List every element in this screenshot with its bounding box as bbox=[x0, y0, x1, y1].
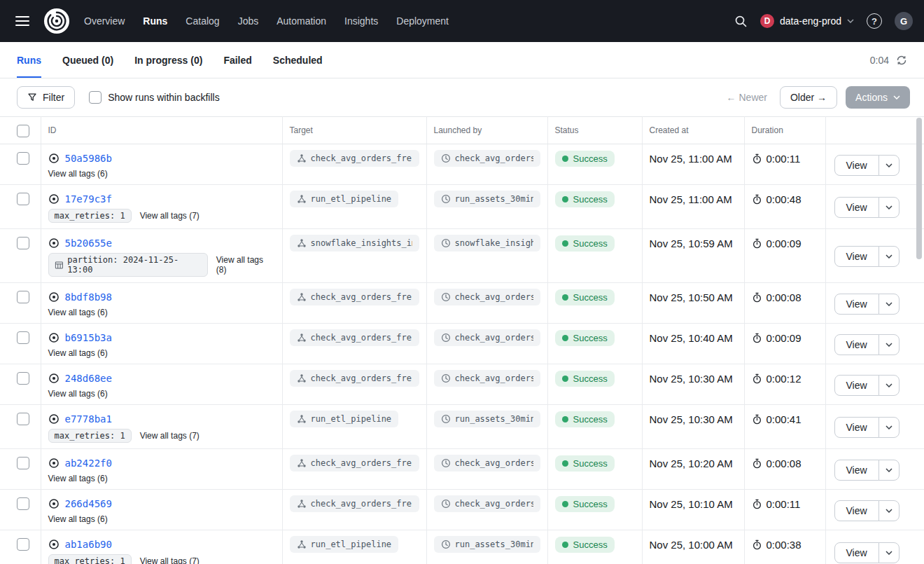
run-id-link[interactable]: 266d4569 bbox=[65, 498, 112, 509]
launched-by-pill[interactable]: check_avg_orders_f… bbox=[434, 495, 540, 512]
view-all-tags-link[interactable]: View all tags (6) bbox=[48, 474, 108, 483]
view-run-button[interactable]: View bbox=[834, 375, 879, 396]
nav-item[interactable]: Runs bbox=[143, 15, 167, 27]
launched-by-pill[interactable]: snowflake_insights_… bbox=[434, 235, 540, 252]
filter-button[interactable]: Filter bbox=[17, 86, 75, 109]
nav-item[interactable]: Jobs bbox=[238, 15, 259, 27]
nav-item[interactable]: Automation bbox=[276, 15, 326, 27]
launched-by-pill[interactable]: check_avg_orders_f… bbox=[434, 289, 540, 305]
run-id-link[interactable]: ab1a6b90 bbox=[65, 539, 112, 550]
view-run-button[interactable]: View bbox=[834, 294, 879, 315]
view-all-tags-link[interactable]: View all tags (6) bbox=[48, 308, 108, 317]
launched-by-pill[interactable]: run_assets_30min bbox=[434, 191, 540, 207]
target-asset-pill[interactable]: check_avg_orders_freshne bbox=[290, 150, 419, 167]
row-checkbox[interactable] bbox=[17, 331, 29, 344]
view-all-tags-link[interactable]: View all tags (8) bbox=[216, 255, 275, 275]
runs-tab[interactable]: Queued (0) bbox=[62, 42, 113, 78]
launched-by-pill[interactable]: check_avg_orders_f… bbox=[434, 370, 540, 387]
target-asset-pill[interactable]: check_avg_orders_freshne bbox=[290, 370, 419, 387]
show-backfills-checkbox[interactable] bbox=[89, 91, 102, 104]
view-all-tags-link[interactable]: View all tags (7) bbox=[140, 556, 200, 564]
nav-item[interactable]: Overview bbox=[84, 15, 125, 27]
hamburger-menu-icon[interactable] bbox=[11, 11, 34, 31]
view-run-button[interactable]: View bbox=[834, 417, 879, 438]
row-checkbox[interactable] bbox=[17, 497, 29, 510]
launched-by-pill[interactable]: check_avg_orders_f… bbox=[434, 150, 540, 167]
search-icon[interactable] bbox=[734, 15, 748, 28]
view-dropdown-button[interactable] bbox=[878, 375, 899, 396]
runs-tab[interactable]: Failed bbox=[223, 42, 251, 78]
view-run-button[interactable]: View bbox=[834, 542, 879, 563]
launched-by-pill[interactable]: check_avg_orders_f… bbox=[434, 455, 540, 472]
run-id-cell: 50a5986b View all tags (6) bbox=[41, 144, 282, 185]
view-run-button[interactable]: View bbox=[834, 334, 879, 355]
nav-item[interactable]: Deployment bbox=[396, 15, 449, 27]
run-id-link[interactable]: 8bdf8b98 bbox=[65, 291, 112, 303]
select-all-checkbox[interactable] bbox=[17, 125, 29, 137]
launched-by-pill[interactable]: check_avg_orders_f… bbox=[434, 329, 540, 346]
success-dot-icon bbox=[562, 335, 568, 341]
view-dropdown-button[interactable] bbox=[878, 246, 899, 267]
status-badge: Success bbox=[555, 371, 615, 387]
runs-tab[interactable]: Scheduled bbox=[273, 42, 323, 78]
view-dropdown-button[interactable] bbox=[878, 334, 899, 355]
deployment-switcher[interactable]: D data-eng-prod bbox=[760, 14, 854, 28]
dagster-logo-icon[interactable] bbox=[43, 8, 70, 34]
run-id-link[interactable]: b6915b3a bbox=[65, 332, 112, 343]
runs-tab[interactable]: Runs bbox=[17, 42, 41, 78]
view-all-tags-link[interactable]: View all tags (6) bbox=[48, 389, 108, 399]
target-asset-pill[interactable]: snowflake_insights_import bbox=[290, 235, 419, 252]
scrollbar-thumb[interactable] bbox=[916, 118, 922, 259]
view-run-button[interactable]: View bbox=[834, 500, 879, 521]
row-select-cell bbox=[0, 324, 41, 364]
target-asset-pill[interactable]: check_avg_orders_freshne bbox=[290, 289, 419, 305]
view-dropdown-button[interactable] bbox=[878, 542, 899, 563]
newer-button[interactable]: ← Newer bbox=[722, 92, 771, 103]
row-checkbox[interactable] bbox=[17, 193, 29, 205]
view-run-button[interactable]: View bbox=[834, 155, 879, 176]
actions-button[interactable]: Actions bbox=[846, 86, 910, 109]
nav-item[interactable]: Insights bbox=[344, 15, 378, 27]
refresh-icon[interactable] bbox=[896, 55, 907, 66]
user-avatar[interactable]: G bbox=[895, 12, 913, 30]
run-id-link[interactable]: 17e79c3f bbox=[65, 193, 112, 205]
view-all-tags-link[interactable]: View all tags (6) bbox=[48, 169, 108, 179]
view-dropdown-button[interactable] bbox=[878, 197, 899, 218]
launched-by-pill[interactable]: run_assets_30min bbox=[434, 411, 540, 427]
row-checkbox[interactable] bbox=[17, 413, 29, 425]
help-icon[interactable]: ? bbox=[867, 13, 882, 29]
nav-item[interactable]: Catalog bbox=[186, 15, 219, 27]
view-all-tags-link[interactable]: View all tags (7) bbox=[140, 211, 200, 221]
row-checkbox[interactable] bbox=[17, 538, 29, 551]
target-asset-pill[interactable]: run_etl_pipeline bbox=[290, 536, 399, 553]
view-all-tags-link[interactable]: View all tags (6) bbox=[48, 514, 108, 524]
view-run-button[interactable]: View bbox=[834, 197, 879, 218]
older-button[interactable]: Older → bbox=[780, 86, 837, 109]
target-asset-pill[interactable]: run_etl_pipeline bbox=[290, 411, 399, 427]
view-dropdown-button[interactable] bbox=[878, 294, 899, 315]
run-id-link[interactable]: 5b20655e bbox=[65, 238, 112, 249]
run-id-link[interactable]: 50a5986b bbox=[65, 153, 112, 164]
view-all-tags-link[interactable]: View all tags (7) bbox=[140, 431, 200, 441]
launched-by-pill[interactable]: run_assets_30min bbox=[434, 536, 540, 553]
row-checkbox[interactable] bbox=[17, 372, 29, 385]
view-dropdown-button[interactable] bbox=[878, 417, 899, 438]
target-asset-pill[interactable]: check_avg_orders_freshne bbox=[290, 329, 419, 346]
view-dropdown-button[interactable] bbox=[878, 460, 899, 481]
target-asset-pill[interactable]: check_avg_orders_freshne bbox=[290, 455, 419, 472]
target-asset-pill[interactable]: check_avg_orders_freshne bbox=[290, 495, 419, 512]
runs-tab[interactable]: In progress (0) bbox=[134, 42, 202, 78]
row-checkbox[interactable] bbox=[17, 457, 29, 469]
view-run-button[interactable]: View bbox=[834, 460, 879, 481]
target-asset-pill[interactable]: run_etl_pipeline bbox=[290, 191, 399, 207]
run-id-link[interactable]: 248d68ee bbox=[65, 373, 112, 384]
view-run-button[interactable]: View bbox=[834, 246, 879, 267]
view-all-tags-link[interactable]: View all tags (6) bbox=[48, 348, 108, 358]
row-checkbox[interactable] bbox=[17, 237, 29, 249]
row-checkbox[interactable] bbox=[17, 291, 29, 303]
view-dropdown-button[interactable] bbox=[878, 500, 899, 521]
view-dropdown-button[interactable] bbox=[878, 155, 899, 176]
run-id-link[interactable]: ab2422f0 bbox=[65, 458, 112, 469]
row-checkbox[interactable] bbox=[17, 152, 29, 165]
run-id-link[interactable]: e7778ba1 bbox=[65, 413, 112, 425]
